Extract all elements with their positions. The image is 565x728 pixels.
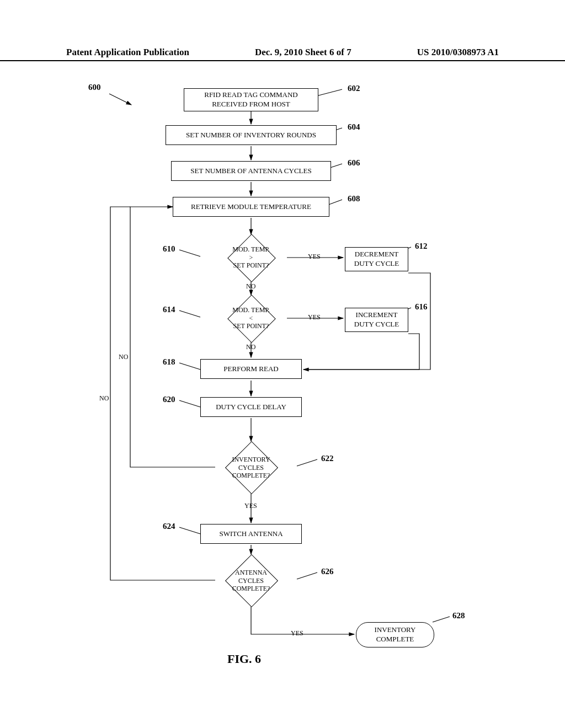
ref-604: 604 bbox=[348, 122, 360, 132]
box-608: RETRIEVE MODULE TEMPERATURE bbox=[173, 197, 329, 217]
edge-614-no: NO bbox=[246, 343, 255, 351]
box-604: SET NUMBER OF INVENTORY ROUNDS bbox=[166, 125, 337, 145]
ref-614: 614 bbox=[163, 305, 175, 314]
edge-622-yes: YES bbox=[244, 502, 257, 510]
header-center: Dec. 9, 2010 Sheet 6 of 7 bbox=[255, 47, 351, 58]
ref-602: 602 bbox=[348, 84, 360, 93]
svg-line-7 bbox=[297, 459, 317, 466]
ref-606: 606 bbox=[348, 158, 360, 168]
svg-line-14 bbox=[179, 527, 200, 534]
ref-626: 626 bbox=[321, 567, 334, 576]
box-612: DECREMENT DUTY CYCLE bbox=[345, 247, 408, 271]
figure-label: FIG. 6 bbox=[227, 652, 261, 666]
edge-610-yes: YES bbox=[308, 253, 321, 261]
terminator-628: INVENTORY COMPLETE bbox=[356, 622, 434, 647]
ref-616: 616 bbox=[415, 302, 428, 312]
box-620: DUTY CYCLE DELAY bbox=[200, 397, 302, 417]
svg-line-13 bbox=[179, 400, 200, 407]
ref-620: 620 bbox=[163, 395, 175, 404]
ref-622: 622 bbox=[321, 454, 334, 463]
box-618: PERFORM READ bbox=[200, 359, 302, 379]
page-header: Patent Application Publication Dec. 9, 2… bbox=[0, 47, 565, 61]
header-left: Patent Application Publication bbox=[66, 47, 189, 58]
ref-610: 610 bbox=[163, 244, 175, 254]
header-right: US 2010/0308973 A1 bbox=[417, 47, 499, 58]
box-616: INCREMENT DUTY CYCLE bbox=[345, 308, 408, 332]
svg-line-8 bbox=[297, 572, 317, 579]
ref-608: 608 bbox=[348, 194, 360, 204]
ref-612: 612 bbox=[415, 242, 428, 251]
svg-line-1 bbox=[315, 89, 342, 97]
edge-614-yes: YES bbox=[308, 313, 321, 322]
svg-line-10 bbox=[179, 250, 200, 256]
svg-line-0 bbox=[109, 94, 131, 105]
edge-626-yes: YES bbox=[291, 629, 303, 638]
ref-600: 600 bbox=[88, 83, 101, 92]
box-606: SET NUMBER OF ANTENNA CYCLES bbox=[171, 161, 331, 181]
svg-line-12 bbox=[179, 363, 200, 370]
edge-622-no: NO bbox=[119, 353, 128, 361]
svg-line-9 bbox=[433, 617, 450, 622]
ref-618: 618 bbox=[163, 357, 175, 367]
box-602: RFID READ TAG COMMAND RECEIVED FROM HOST bbox=[184, 88, 318, 111]
ref-628: 628 bbox=[452, 611, 465, 620]
edge-610-no: NO bbox=[246, 282, 255, 291]
svg-line-11 bbox=[179, 311, 200, 317]
ref-624: 624 bbox=[163, 522, 175, 531]
edge-626-no: NO bbox=[99, 394, 109, 403]
box-624: SWITCH ANTENNA bbox=[200, 524, 302, 544]
